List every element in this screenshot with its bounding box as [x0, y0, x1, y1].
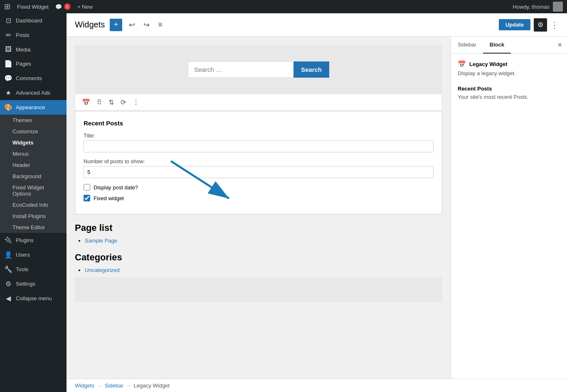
wp-logo-icon[interactable]: ⊞	[4, 2, 10, 11]
admin-bar: ⊞ Fixed Widget 💬 0 + New Howdy, thomas	[0, 0, 567, 13]
avatar	[553, 2, 563, 12]
sidebar-item-label: Dashboard	[16, 17, 42, 24]
widget-settings-button[interactable]: ⚙	[534, 18, 547, 32]
sidebar-item-label: Comments	[16, 75, 42, 81]
sidebar-item-fixed-widget-options[interactable]: Fixed Widget Options	[0, 182, 67, 199]
posts-icon: ✏	[4, 31, 12, 39]
list-item: Sample Page	[85, 238, 442, 244]
sidebar-item-label: Advanced Ads	[16, 90, 50, 96]
recent-posts-heading: Recent Posts	[84, 120, 434, 127]
site-name: Fixed Widget	[17, 4, 49, 10]
sidebar-item-collapse[interactable]: ◀ Collapse menu	[0, 291, 67, 306]
add-block-button[interactable]: +	[110, 19, 122, 31]
legacy-widget-title: 📅 Legacy Widget	[458, 60, 560, 68]
posts-count-field: Number of posts to show:	[84, 158, 434, 178]
page-list-heading: Page list	[75, 223, 442, 233]
recent-posts-widget-title: Recent Posts	[458, 86, 560, 92]
adminbar-comments[interactable]: 💬 0	[55, 3, 71, 10]
drag-handle[interactable]: ⠿	[94, 97, 104, 108]
page-list-section: Page list Sample Page	[75, 223, 442, 244]
sidebar-item-theme-editor[interactable]: Theme Editor	[0, 222, 67, 233]
appearance-icon: 🎨	[4, 103, 12, 111]
sidebar-item-label: Users	[16, 252, 30, 258]
list-view-button[interactable]: ≡	[156, 19, 164, 31]
uncategorized-link[interactable]: Uncategorized	[85, 267, 120, 273]
title-field: Title:	[84, 132, 434, 152]
posts-count-input[interactable]	[84, 166, 434, 178]
sidebar-item-background[interactable]: Background	[0, 171, 67, 182]
search-button[interactable]: Search	[293, 61, 329, 78]
sidebar-item-header[interactable]: Header	[0, 159, 67, 171]
display-date-label: Display post date?	[94, 184, 138, 191]
sidebar-item-menus[interactable]: Menus	[0, 148, 67, 159]
users-icon: 👤	[4, 251, 12, 259]
sidebar-item-settings[interactable]: ⚙ Settings	[0, 277, 67, 291]
categories-heading: Categories	[75, 252, 442, 263]
calendar-icon: 📅	[458, 60, 466, 68]
posts-count-label: Number of posts to show:	[84, 158, 434, 164]
sidebar-item-ecocoded[interactable]: EcoCoded Info	[0, 199, 67, 211]
legacy-widget-desc: Display a legacy widget.	[458, 70, 560, 77]
display-date-checkbox[interactable]	[84, 184, 90, 191]
sidebar-item-dashboard[interactable]: ⊡ Dashboard	[0, 13, 67, 28]
update-button[interactable]: Update	[499, 19, 530, 30]
move-up-down-button[interactable]: ⇅	[106, 97, 116, 108]
breadcrumb-sep-2: →	[126, 382, 131, 389]
sample-page-link[interactable]: Sample Page	[85, 238, 117, 244]
sidebar-item-label: Plugins	[16, 237, 34, 243]
tools-icon: 🔧	[4, 265, 12, 273]
list-item: Uncategorized	[85, 267, 442, 273]
sidebar-item-widgets[interactable]: Widgets	[0, 137, 67, 148]
display-date-row: Display post date?	[84, 184, 434, 191]
tab-block[interactable]: Block	[483, 37, 511, 54]
panel-tabs: Sidebar Block ×	[451, 37, 567, 54]
redo-button[interactable]: ↪	[142, 19, 151, 31]
recent-posts-panel: Recent Posts Title: Number of posts to s…	[75, 111, 442, 214]
sidebar-item-install-plugins[interactable]: Install Plugins	[0, 211, 67, 222]
panel-close-button[interactable]: ×	[552, 37, 567, 53]
sidebar-item-users[interactable]: 👤 Users	[0, 247, 67, 262]
categories-section: Categories Uncategorized	[75, 252, 442, 273]
sidebar-item-label: Tools	[16, 266, 28, 272]
widgets-header: Widgets + ↩ ↪ ≡ Update ⚙ ⋮	[67, 13, 567, 37]
sidebar-item-themes[interactable]: Themes	[0, 115, 67, 126]
sidebar-item-label: Collapse menu	[16, 295, 52, 301]
title-label: Title:	[84, 132, 434, 139]
collapse-icon: ◀	[4, 294, 12, 302]
sidebar-item-tools[interactable]: 🔧 Tools	[0, 262, 67, 277]
settings-icon: ⚙	[4, 280, 12, 288]
right-panel: Sidebar Block × 📅 Legacy Widget Display …	[451, 37, 567, 379]
breadcrumb-widgets[interactable]: Widgets	[75, 382, 94, 389]
advanced-ads-icon: ★	[4, 89, 12, 97]
page-title: Widgets	[75, 20, 105, 29]
sidebar-item-posts[interactable]: ✏ Posts	[0, 28, 67, 42]
sidebar-item-plugins[interactable]: 🔌 Plugins	[0, 233, 67, 247]
sidebar-item-label: Media	[16, 47, 30, 53]
adminbar-site[interactable]: Fixed Widget	[17, 4, 49, 10]
undo-button[interactable]: ↩	[127, 19, 137, 31]
tab-sidebar[interactable]: Sidebar	[451, 37, 483, 54]
transform-button[interactable]: ⟳	[118, 97, 128, 108]
search-input[interactable]	[188, 61, 293, 78]
sidebar-item-pages[interactable]: 📄 Pages	[0, 56, 67, 71]
sidebar-item-media[interactable]: 🖼 Media	[0, 42, 67, 56]
sidebar-item-customize[interactable]: Customize	[0, 126, 67, 137]
sidebar-item-advanced-ads[interactable]: ★ Advanced Ads	[0, 86, 67, 100]
bottom-gray-block	[75, 277, 442, 302]
fixed-widget-label: Fixed widget	[94, 195, 124, 201]
sidebar-item-label: Settings	[16, 281, 35, 287]
more-options-button[interactable]: ⋮	[550, 20, 559, 30]
sidebar-item-appearance[interactable]: 🎨 Appearance	[0, 100, 67, 115]
widget-type-button[interactable]: 📅	[79, 97, 93, 108]
title-input[interactable]	[84, 140, 434, 152]
sidebar-item-comments[interactable]: 💬 Comments	[0, 71, 67, 86]
breadcrumb-sep-1: →	[97, 382, 102, 389]
breadcrumb-sidebar[interactable]: Sidebar	[105, 382, 123, 389]
fixed-widget-checkbox[interactable]	[84, 195, 90, 201]
sidebar-item-label: Pages	[16, 61, 31, 67]
more-widget-options[interactable]: ⋮	[130, 97, 142, 108]
widget-toolbar: 📅 ⠿ ⇅ ⟳ ⋮	[75, 94, 442, 111]
fixed-widget-row: Fixed widget	[84, 195, 434, 201]
categories-list: Uncategorized	[75, 267, 442, 273]
adminbar-new[interactable]: + New	[77, 4, 93, 10]
